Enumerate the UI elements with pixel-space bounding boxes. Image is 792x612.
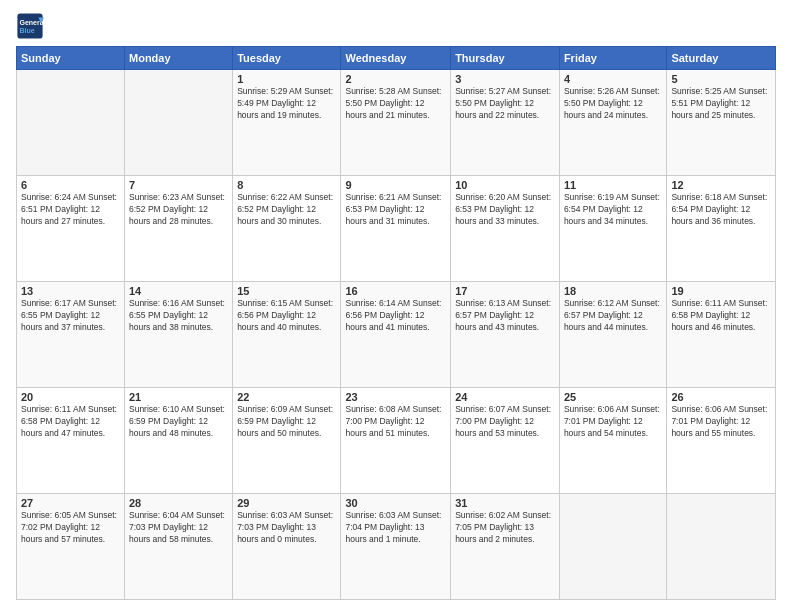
day-info: Sunrise: 5:26 AM Sunset: 5:50 PM Dayligh… (564, 86, 662, 122)
day-cell (125, 70, 233, 176)
day-info: Sunrise: 6:02 AM Sunset: 7:05 PM Dayligh… (455, 510, 555, 546)
logo-icon: General Blue (16, 12, 44, 40)
day-info: Sunrise: 6:06 AM Sunset: 7:01 PM Dayligh… (564, 404, 662, 440)
day-info: Sunrise: 6:24 AM Sunset: 6:51 PM Dayligh… (21, 192, 120, 228)
day-cell: 10Sunrise: 6:20 AM Sunset: 6:53 PM Dayli… (451, 176, 560, 282)
day-number: 9 (345, 179, 446, 191)
svg-text:Blue: Blue (20, 27, 35, 34)
day-cell: 29Sunrise: 6:03 AM Sunset: 7:03 PM Dayli… (233, 494, 341, 600)
day-cell: 19Sunrise: 6:11 AM Sunset: 6:58 PM Dayli… (667, 282, 776, 388)
header-friday: Friday (559, 47, 666, 70)
day-number: 16 (345, 285, 446, 297)
header-tuesday: Tuesday (233, 47, 341, 70)
day-cell: 23Sunrise: 6:08 AM Sunset: 7:00 PM Dayli… (341, 388, 451, 494)
week-row-3: 13Sunrise: 6:17 AM Sunset: 6:55 PM Dayli… (17, 282, 776, 388)
header-sunday: Sunday (17, 47, 125, 70)
day-cell: 26Sunrise: 6:06 AM Sunset: 7:01 PM Dayli… (667, 388, 776, 494)
day-cell: 7Sunrise: 6:23 AM Sunset: 6:52 PM Daylig… (125, 176, 233, 282)
day-info: Sunrise: 6:09 AM Sunset: 6:59 PM Dayligh… (237, 404, 336, 440)
day-cell: 9Sunrise: 6:21 AM Sunset: 6:53 PM Daylig… (341, 176, 451, 282)
day-info: Sunrise: 6:16 AM Sunset: 6:55 PM Dayligh… (129, 298, 228, 334)
day-cell: 12Sunrise: 6:18 AM Sunset: 6:54 PM Dayli… (667, 176, 776, 282)
day-cell: 3Sunrise: 5:27 AM Sunset: 5:50 PM Daylig… (451, 70, 560, 176)
header: General Blue (16, 12, 776, 40)
day-cell: 25Sunrise: 6:06 AM Sunset: 7:01 PM Dayli… (559, 388, 666, 494)
day-info: Sunrise: 6:05 AM Sunset: 7:02 PM Dayligh… (21, 510, 120, 546)
day-cell: 6Sunrise: 6:24 AM Sunset: 6:51 PM Daylig… (17, 176, 125, 282)
day-cell: 5Sunrise: 5:25 AM Sunset: 5:51 PM Daylig… (667, 70, 776, 176)
day-cell (17, 70, 125, 176)
calendar: SundayMondayTuesdayWednesdayThursdayFrid… (16, 46, 776, 600)
day-number: 1 (237, 73, 336, 85)
day-cell: 11Sunrise: 6:19 AM Sunset: 6:54 PM Dayli… (559, 176, 666, 282)
week-row-4: 20Sunrise: 6:11 AM Sunset: 6:58 PM Dayli… (17, 388, 776, 494)
day-info: Sunrise: 6:10 AM Sunset: 6:59 PM Dayligh… (129, 404, 228, 440)
day-cell: 18Sunrise: 6:12 AM Sunset: 6:57 PM Dayli… (559, 282, 666, 388)
day-cell: 31Sunrise: 6:02 AM Sunset: 7:05 PM Dayli… (451, 494, 560, 600)
header-saturday: Saturday (667, 47, 776, 70)
week-row-5: 27Sunrise: 6:05 AM Sunset: 7:02 PM Dayli… (17, 494, 776, 600)
day-number: 31 (455, 497, 555, 509)
day-cell: 13Sunrise: 6:17 AM Sunset: 6:55 PM Dayli… (17, 282, 125, 388)
day-number: 3 (455, 73, 555, 85)
page: General Blue SundayMondayTuesdayWednesda… (0, 0, 792, 612)
day-number: 21 (129, 391, 228, 403)
day-info: Sunrise: 6:08 AM Sunset: 7:00 PM Dayligh… (345, 404, 446, 440)
day-cell (559, 494, 666, 600)
svg-rect-0 (17, 13, 42, 38)
day-number: 17 (455, 285, 555, 297)
day-info: Sunrise: 6:04 AM Sunset: 7:03 PM Dayligh… (129, 510, 228, 546)
logo: General Blue (16, 12, 48, 40)
day-info: Sunrise: 6:21 AM Sunset: 6:53 PM Dayligh… (345, 192, 446, 228)
header-thursday: Thursday (451, 47, 560, 70)
day-cell: 21Sunrise: 6:10 AM Sunset: 6:59 PM Dayli… (125, 388, 233, 494)
day-info: Sunrise: 6:13 AM Sunset: 6:57 PM Dayligh… (455, 298, 555, 334)
day-number: 19 (671, 285, 771, 297)
day-number: 24 (455, 391, 555, 403)
day-cell: 24Sunrise: 6:07 AM Sunset: 7:00 PM Dayli… (451, 388, 560, 494)
day-number: 23 (345, 391, 446, 403)
day-number: 7 (129, 179, 228, 191)
day-info: Sunrise: 6:11 AM Sunset: 6:58 PM Dayligh… (671, 298, 771, 334)
day-number: 22 (237, 391, 336, 403)
day-number: 15 (237, 285, 336, 297)
day-cell: 4Sunrise: 5:26 AM Sunset: 5:50 PM Daylig… (559, 70, 666, 176)
day-number: 6 (21, 179, 120, 191)
day-number: 29 (237, 497, 336, 509)
day-number: 25 (564, 391, 662, 403)
day-number: 13 (21, 285, 120, 297)
day-info: Sunrise: 6:03 AM Sunset: 7:03 PM Dayligh… (237, 510, 336, 546)
day-info: Sunrise: 6:11 AM Sunset: 6:58 PM Dayligh… (21, 404, 120, 440)
day-cell: 8Sunrise: 6:22 AM Sunset: 6:52 PM Daylig… (233, 176, 341, 282)
day-number: 8 (237, 179, 336, 191)
day-info: Sunrise: 6:12 AM Sunset: 6:57 PM Dayligh… (564, 298, 662, 334)
day-cell (667, 494, 776, 600)
day-number: 30 (345, 497, 446, 509)
day-info: Sunrise: 6:20 AM Sunset: 6:53 PM Dayligh… (455, 192, 555, 228)
day-info: Sunrise: 6:07 AM Sunset: 7:00 PM Dayligh… (455, 404, 555, 440)
day-cell: 16Sunrise: 6:14 AM Sunset: 6:56 PM Dayli… (341, 282, 451, 388)
day-info: Sunrise: 6:22 AM Sunset: 6:52 PM Dayligh… (237, 192, 336, 228)
day-info: Sunrise: 6:19 AM Sunset: 6:54 PM Dayligh… (564, 192, 662, 228)
day-number: 18 (564, 285, 662, 297)
day-cell: 1Sunrise: 5:29 AM Sunset: 5:49 PM Daylig… (233, 70, 341, 176)
day-info: Sunrise: 6:14 AM Sunset: 6:56 PM Dayligh… (345, 298, 446, 334)
day-cell: 22Sunrise: 6:09 AM Sunset: 6:59 PM Dayli… (233, 388, 341, 494)
day-number: 14 (129, 285, 228, 297)
day-number: 11 (564, 179, 662, 191)
day-number: 4 (564, 73, 662, 85)
day-number: 10 (455, 179, 555, 191)
day-cell: 2Sunrise: 5:28 AM Sunset: 5:50 PM Daylig… (341, 70, 451, 176)
day-cell: 17Sunrise: 6:13 AM Sunset: 6:57 PM Dayli… (451, 282, 560, 388)
day-number: 28 (129, 497, 228, 509)
day-cell: 14Sunrise: 6:16 AM Sunset: 6:55 PM Dayli… (125, 282, 233, 388)
day-info: Sunrise: 6:03 AM Sunset: 7:04 PM Dayligh… (345, 510, 446, 546)
day-info: Sunrise: 6:06 AM Sunset: 7:01 PM Dayligh… (671, 404, 771, 440)
header-row: SundayMondayTuesdayWednesdayThursdayFrid… (17, 47, 776, 70)
day-cell: 28Sunrise: 6:04 AM Sunset: 7:03 PM Dayli… (125, 494, 233, 600)
day-info: Sunrise: 5:29 AM Sunset: 5:49 PM Dayligh… (237, 86, 336, 122)
week-row-1: 1Sunrise: 5:29 AM Sunset: 5:49 PM Daylig… (17, 70, 776, 176)
week-row-2: 6Sunrise: 6:24 AM Sunset: 6:51 PM Daylig… (17, 176, 776, 282)
header-wednesday: Wednesday (341, 47, 451, 70)
day-number: 2 (345, 73, 446, 85)
